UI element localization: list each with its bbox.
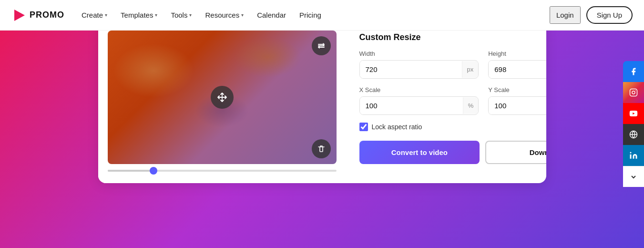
social-facebook-button[interactable] [623,61,644,82]
move-icon [217,92,227,103]
signup-button[interactable]: Sign Up [586,6,633,24]
social-instagram-button[interactable] [623,82,644,103]
below-nav-section: Custom Resize Width px Height [0,31,644,248]
nav-resources-label: Resources [205,11,239,19]
lock-aspect-row: Lock aspect ratio [359,123,546,131]
trash-icon [317,145,326,153]
resize-icon [317,41,326,50]
xscale-input[interactable] [360,97,463,114]
slider-track[interactable] [108,170,337,172]
lock-aspect-checkbox[interactable] [359,123,368,131]
nav-resources-chevron: ▾ [241,12,244,18]
nav-pricing[interactable]: Pricing [294,7,327,23]
height-group: Height px [488,50,546,79]
social-sidebar [623,61,644,187]
social-expand-button[interactable] [623,166,644,187]
convert-button[interactable]: Convert to video [359,141,480,164]
download-button[interactable]: Download [485,141,546,164]
panel-title: Custom Resize [359,32,546,42]
scale-row: X Scale % Y Scale % [359,86,546,115]
nav-tools-label: Tools [171,11,187,19]
controls-area: Custom Resize Width px Height [346,21,546,183]
svg-point-3 [635,90,636,91]
yscale-group: Y Scale % [488,86,546,115]
slider-fill [108,170,153,172]
height-input[interactable] [489,61,546,78]
social-linkedin-button[interactable] [623,145,644,166]
move-icon-button[interactable] [211,86,234,109]
yscale-input[interactable] [489,97,546,114]
below-nav-inner: Custom Resize Width px Height [0,31,644,202]
slider-row [108,170,337,172]
nav-actions: Login Sign Up [550,6,633,24]
logo-icon [11,8,27,23]
nav-calendar[interactable]: Calendar [251,7,292,23]
xscale-label: X Scale [359,86,479,93]
nav-create-label: Create [82,11,103,19]
navbar: PROMO Create ▾ Templates ▾ Tools ▾ Resou… [0,0,644,31]
login-button[interactable]: Login [550,6,581,24]
youtube-icon [629,109,638,118]
svg-point-6 [630,152,632,154]
xscale-group: X Scale % [359,86,479,115]
svg-point-2 [632,91,635,94]
height-label: Height [488,50,546,57]
lock-aspect-label: Lock aspect ratio [372,123,422,131]
nav-create[interactable]: Create ▾ [76,7,113,23]
image-preview [108,31,337,164]
resize-icon-button[interactable] [312,36,331,55]
nav-tools-chevron: ▾ [189,12,192,18]
svg-marker-0 [14,10,25,21]
nav-templates[interactable]: Templates ▾ [115,7,163,23]
xscale-input-row: % [359,96,479,115]
nav-resources[interactable]: Resources ▾ [199,7,249,23]
linkedin-icon [629,151,638,160]
xscale-unit: % [463,97,479,114]
height-input-row: px [488,60,546,79]
width-input-row: px [359,60,479,79]
preview-area [98,21,346,183]
svg-rect-1 [630,89,637,96]
logo-text: PROMO [30,10,64,20]
panel-card: Custom Resize Width px Height [98,21,546,183]
nav-templates-chevron: ▾ [155,12,157,18]
social-youtube-button[interactable] [623,103,644,124]
yscale-input-row: % [488,96,546,115]
width-label: Width [359,50,479,57]
delete-icon-button[interactable] [312,139,331,158]
width-group: Width px [359,50,479,79]
nav-calendar-label: Calendar [257,11,286,19]
instagram-icon [629,88,638,97]
width-input[interactable] [360,61,462,78]
width-unit: px [462,61,479,78]
social-globe-button[interactable] [623,124,644,145]
chevron-down-icon [630,174,637,180]
nav-items: Create ▾ Templates ▾ Tools ▾ Resources ▾… [76,7,550,23]
slider-thumb[interactable] [150,167,157,175]
globe-icon [629,130,638,139]
nav-create-chevron: ▾ [105,12,107,18]
facebook-icon [629,67,638,76]
nav-tools[interactable]: Tools ▾ [165,7,197,23]
dimensions-row: Width px Height px [359,50,546,79]
logo[interactable]: PROMO [11,8,64,23]
nav-templates-label: Templates [121,11,153,19]
action-buttons: Convert to video Download [359,141,546,164]
nav-pricing-label: Pricing [299,11,321,19]
yscale-label: Y Scale [488,86,546,93]
